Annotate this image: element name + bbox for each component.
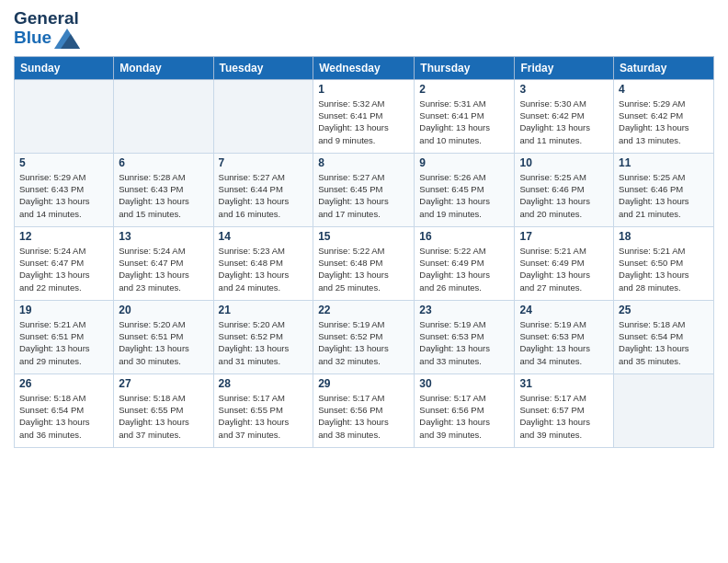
day-info: Sunrise: 5:25 AM Sunset: 6:46 PM Dayligh… bbox=[619, 171, 709, 220]
calendar-week-4: 19Sunrise: 5:21 AM Sunset: 6:51 PM Dayli… bbox=[15, 300, 714, 373]
calendar-cell: 27Sunrise: 5:18 AM Sunset: 6:55 PM Dayli… bbox=[114, 373, 213, 447]
day-info: Sunrise: 5:22 AM Sunset: 6:48 PM Dayligh… bbox=[318, 245, 409, 293]
day-info: Sunrise: 5:18 AM Sunset: 6:55 PM Dayligh… bbox=[119, 392, 208, 441]
day-info: Sunrise: 5:24 AM Sunset: 6:47 PM Dayligh… bbox=[19, 245, 108, 293]
calendar-cell: 5Sunrise: 5:29 AM Sunset: 6:43 PM Daylig… bbox=[15, 153, 114, 226]
day-info: Sunrise: 5:27 AM Sunset: 6:45 PM Dayligh… bbox=[318, 171, 409, 220]
calendar-cell: 25Sunrise: 5:18 AM Sunset: 6:54 PM Dayli… bbox=[614, 300, 714, 373]
calendar-cell: 29Sunrise: 5:17 AM Sunset: 6:56 PM Dayli… bbox=[313, 373, 415, 447]
day-info: Sunrise: 5:24 AM Sunset: 6:47 PM Dayligh… bbox=[119, 245, 208, 293]
col-header-monday: Monday bbox=[114, 56, 213, 79]
calendar-cell: 17Sunrise: 5:21 AM Sunset: 6:49 PM Dayli… bbox=[515, 226, 614, 300]
calendar-cell: 15Sunrise: 5:22 AM Sunset: 6:48 PM Dayli… bbox=[313, 226, 415, 300]
calendar-cell: 6Sunrise: 5:28 AM Sunset: 6:43 PM Daylig… bbox=[114, 153, 213, 226]
day-info: Sunrise: 5:19 AM Sunset: 6:53 PM Dayligh… bbox=[419, 318, 509, 367]
calendar-body: 1Sunrise: 5:32 AM Sunset: 6:41 PM Daylig… bbox=[15, 79, 714, 447]
day-number: 3 bbox=[519, 83, 609, 96]
logo-icon bbox=[54, 29, 80, 49]
day-info: Sunrise: 5:21 AM Sunset: 6:49 PM Dayligh… bbox=[519, 245, 609, 293]
day-number: 19 bbox=[19, 304, 108, 316]
calendar-cell: 10Sunrise: 5:25 AM Sunset: 6:46 PM Dayli… bbox=[515, 153, 614, 226]
day-info: Sunrise: 5:17 AM Sunset: 6:56 PM Dayligh… bbox=[419, 392, 509, 441]
day-number: 21 bbox=[219, 304, 309, 316]
day-info: Sunrise: 5:18 AM Sunset: 6:54 PM Dayligh… bbox=[19, 392, 108, 441]
day-number: 23 bbox=[419, 304, 509, 316]
day-number: 12 bbox=[19, 230, 108, 243]
day-info: Sunrise: 5:30 AM Sunset: 6:42 PM Dayligh… bbox=[519, 98, 609, 146]
day-number: 17 bbox=[519, 230, 609, 243]
calendar-cell: 16Sunrise: 5:22 AM Sunset: 6:49 PM Dayli… bbox=[415, 226, 515, 300]
col-header-friday: Friday bbox=[515, 56, 614, 79]
calendar-cell: 4Sunrise: 5:29 AM Sunset: 6:42 PM Daylig… bbox=[614, 79, 714, 153]
day-number: 2 bbox=[419, 83, 509, 96]
day-number: 14 bbox=[219, 230, 309, 243]
day-info: Sunrise: 5:17 AM Sunset: 6:55 PM Dayligh… bbox=[219, 392, 309, 441]
day-number: 22 bbox=[318, 304, 409, 316]
day-info: Sunrise: 5:20 AM Sunset: 6:52 PM Dayligh… bbox=[219, 318, 309, 367]
calendar-cell: 30Sunrise: 5:17 AM Sunset: 6:56 PM Dayli… bbox=[415, 373, 515, 447]
day-info: Sunrise: 5:20 AM Sunset: 6:51 PM Dayligh… bbox=[119, 318, 208, 367]
day-number: 5 bbox=[19, 156, 108, 169]
day-number: 7 bbox=[219, 156, 309, 169]
calendar-table: SundayMondayTuesdayWednesdayThursdayFrid… bbox=[14, 56, 714, 448]
day-info: Sunrise: 5:25 AM Sunset: 6:46 PM Dayligh… bbox=[519, 171, 609, 220]
day-number: 18 bbox=[619, 230, 709, 243]
calendar-cell: 1Sunrise: 5:32 AM Sunset: 6:41 PM Daylig… bbox=[313, 79, 415, 153]
calendar-cell bbox=[15, 79, 114, 153]
col-header-thursday: Thursday bbox=[415, 56, 515, 79]
day-info: Sunrise: 5:18 AM Sunset: 6:54 PM Dayligh… bbox=[619, 318, 709, 367]
logo: General Blue bbox=[14, 9, 80, 49]
day-number: 15 bbox=[318, 230, 409, 243]
col-header-sunday: Sunday bbox=[15, 56, 114, 79]
day-number: 25 bbox=[619, 304, 709, 316]
calendar-header-row: SundayMondayTuesdayWednesdayThursdayFrid… bbox=[15, 56, 714, 79]
day-info: Sunrise: 5:21 AM Sunset: 6:51 PM Dayligh… bbox=[19, 318, 108, 367]
day-info: Sunrise: 5:28 AM Sunset: 6:43 PM Dayligh… bbox=[119, 171, 208, 220]
calendar-cell: 22Sunrise: 5:19 AM Sunset: 6:52 PM Dayli… bbox=[313, 300, 415, 373]
day-number: 29 bbox=[318, 377, 409, 390]
day-number: 31 bbox=[519, 377, 609, 390]
day-number: 28 bbox=[219, 377, 309, 390]
calendar-cell: 31Sunrise: 5:17 AM Sunset: 6:57 PM Dayli… bbox=[515, 373, 614, 447]
calendar-cell: 28Sunrise: 5:17 AM Sunset: 6:55 PM Dayli… bbox=[213, 373, 313, 447]
day-info: Sunrise: 5:29 AM Sunset: 6:43 PM Dayligh… bbox=[19, 171, 108, 220]
calendar-cell: 21Sunrise: 5:20 AM Sunset: 6:52 PM Dayli… bbox=[213, 300, 313, 373]
day-info: Sunrise: 5:32 AM Sunset: 6:41 PM Dayligh… bbox=[318, 98, 409, 146]
day-info: Sunrise: 5:23 AM Sunset: 6:48 PM Dayligh… bbox=[219, 245, 309, 293]
calendar-cell: 11Sunrise: 5:25 AM Sunset: 6:46 PM Dayli… bbox=[614, 153, 714, 226]
day-info: Sunrise: 5:19 AM Sunset: 6:52 PM Dayligh… bbox=[318, 318, 409, 367]
day-number: 6 bbox=[119, 156, 208, 169]
day-number: 20 bbox=[119, 304, 208, 316]
calendar-cell bbox=[614, 373, 714, 447]
calendar-week-3: 12Sunrise: 5:24 AM Sunset: 6:47 PM Dayli… bbox=[15, 226, 714, 300]
day-number: 1 bbox=[318, 83, 409, 96]
calendar-cell: 13Sunrise: 5:24 AM Sunset: 6:47 PM Dayli… bbox=[114, 226, 213, 300]
calendar-page: General Blue SundayMondayTuesdayWednesda… bbox=[0, 0, 728, 462]
day-info: Sunrise: 5:17 AM Sunset: 6:57 PM Dayligh… bbox=[519, 392, 609, 441]
logo-line1: General bbox=[14, 9, 80, 29]
calendar-cell: 3Sunrise: 5:30 AM Sunset: 6:42 PM Daylig… bbox=[515, 79, 614, 153]
day-info: Sunrise: 5:22 AM Sunset: 6:49 PM Dayligh… bbox=[419, 245, 509, 293]
col-header-wednesday: Wednesday bbox=[313, 56, 415, 79]
day-number: 30 bbox=[419, 377, 509, 390]
calendar-cell bbox=[213, 79, 313, 153]
calendar-cell: 9Sunrise: 5:26 AM Sunset: 6:45 PM Daylig… bbox=[415, 153, 515, 226]
calendar-cell: 7Sunrise: 5:27 AM Sunset: 6:44 PM Daylig… bbox=[213, 153, 313, 226]
col-header-saturday: Saturday bbox=[614, 56, 714, 79]
calendar-cell: 2Sunrise: 5:31 AM Sunset: 6:41 PM Daylig… bbox=[415, 79, 515, 153]
day-number: 11 bbox=[619, 156, 709, 169]
calendar-cell: 26Sunrise: 5:18 AM Sunset: 6:54 PM Dayli… bbox=[15, 373, 114, 447]
calendar-week-2: 5Sunrise: 5:29 AM Sunset: 6:43 PM Daylig… bbox=[15, 153, 714, 226]
calendar-week-5: 26Sunrise: 5:18 AM Sunset: 6:54 PM Dayli… bbox=[15, 373, 714, 447]
calendar-cell: 14Sunrise: 5:23 AM Sunset: 6:48 PM Dayli… bbox=[213, 226, 313, 300]
day-info: Sunrise: 5:29 AM Sunset: 6:42 PM Dayligh… bbox=[619, 98, 709, 146]
day-number: 8 bbox=[318, 156, 409, 169]
col-header-tuesday: Tuesday bbox=[213, 56, 313, 79]
day-info: Sunrise: 5:27 AM Sunset: 6:44 PM Dayligh… bbox=[219, 171, 309, 220]
day-info: Sunrise: 5:19 AM Sunset: 6:53 PM Dayligh… bbox=[519, 318, 609, 367]
day-number: 27 bbox=[119, 377, 208, 390]
page-header: General Blue bbox=[14, 9, 714, 49]
calendar-cell: 24Sunrise: 5:19 AM Sunset: 6:53 PM Dayli… bbox=[515, 300, 614, 373]
day-info: Sunrise: 5:17 AM Sunset: 6:56 PM Dayligh… bbox=[318, 392, 409, 441]
day-info: Sunrise: 5:21 AM Sunset: 6:50 PM Dayligh… bbox=[619, 245, 709, 293]
